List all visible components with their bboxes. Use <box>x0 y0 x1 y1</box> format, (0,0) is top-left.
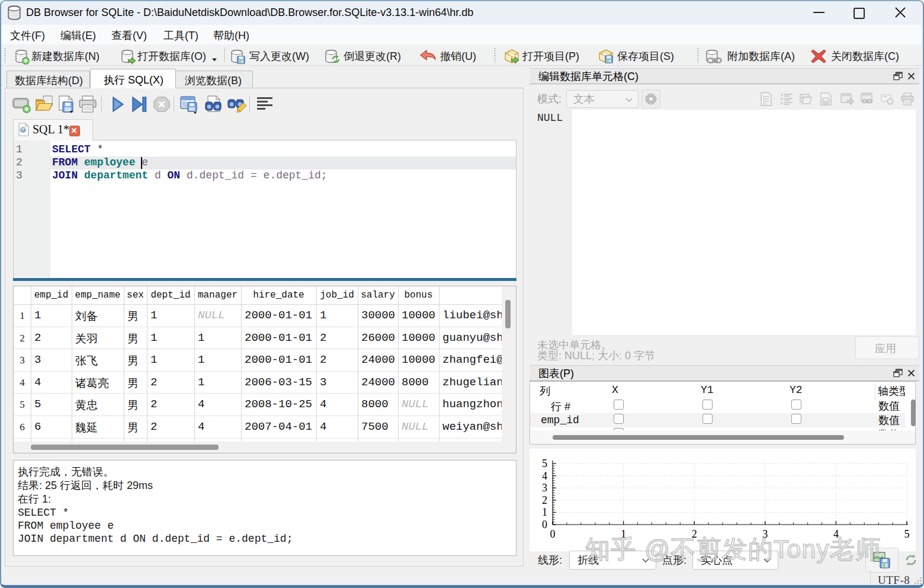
svg-text:3: 3 <box>542 482 547 494</box>
svg-text:5: 5 <box>542 458 547 469</box>
svg-text:4: 4 <box>542 470 547 482</box>
svg-text:2: 2 <box>542 494 547 506</box>
svg-text:5: 5 <box>904 528 910 540</box>
svg-text:1: 1 <box>542 506 547 518</box>
svg-text:0: 0 <box>542 519 547 531</box>
svg-text:0: 0 <box>550 528 556 540</box>
